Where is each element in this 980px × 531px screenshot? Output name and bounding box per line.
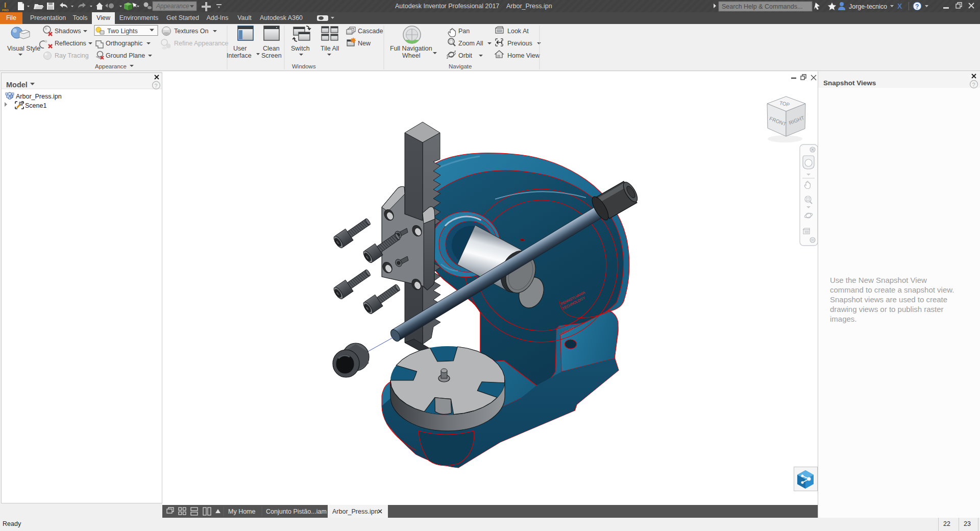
svg-text:Textures On: Textures On [174, 28, 208, 35]
svg-text:PRO: PRO [2, 9, 9, 12]
svg-text:Appearance: Appearance [156, 3, 189, 10]
svg-text:Snapshot views are used to cre: Snapshot views are used to create [830, 295, 947, 304]
svg-text:?: ? [155, 83, 158, 89]
svg-text:I: I [4, 1, 6, 9]
svg-text:Look At: Look At [507, 28, 529, 35]
svg-text:Home View: Home View [507, 52, 541, 59]
svg-text:command to create a snapshot v: command to create a snapshot view. [830, 285, 954, 294]
svg-text:My Home: My Home [228, 508, 256, 515]
svg-text:Search Help & Commands...: Search Help & Commands... [722, 3, 802, 10]
svg-text:Use the New Snapshot View: Use the New Snapshot View [830, 276, 927, 284]
svg-text:Visual Style: Visual Style [7, 45, 40, 52]
svg-text:Reflections: Reflections [55, 40, 86, 47]
svg-text:Shadows: Shadows [55, 28, 81, 35]
svg-text:drawing views or to publish ra: drawing views or to publish raster [830, 305, 944, 313]
svg-text:Model: Model [6, 81, 28, 89]
svg-text:Clean: Clean [263, 45, 280, 52]
svg-text:Windows: Windows [292, 63, 316, 69]
svg-text:?: ? [915, 3, 919, 10]
svg-text:Cascade: Cascade [358, 28, 383, 35]
svg-text:images.: images. [830, 315, 857, 323]
svg-text:Autodesk Inventor Professional: Autodesk Inventor Professional 2017 [395, 3, 499, 10]
svg-text:Scene1: Scene1 [25, 102, 46, 109]
svg-text:Pan: Pan [458, 28, 470, 35]
svg-text:Interface: Interface [227, 52, 252, 59]
svg-text:Arbor_Press.ipn: Arbor_Press.ipn [16, 93, 62, 100]
svg-text:Wheel: Wheel [402, 52, 420, 59]
svg-text:Ray Tracing: Ray Tracing [55, 52, 89, 59]
svg-text:Conjunto Pistão...iam: Conjunto Pistão...iam [266, 508, 327, 515]
svg-text:New: New [358, 40, 371, 47]
svg-text:Previous: Previous [507, 40, 532, 47]
svg-text:Jorge-tecnico: Jorge-tecnico [849, 3, 887, 10]
svg-text:Refine Appearance: Refine Appearance [174, 40, 228, 47]
svg-text:Full Navigation: Full Navigation [390, 45, 432, 52]
svg-text:Switch: Switch [291, 45, 310, 52]
svg-text:Appearance: Appearance [95, 63, 127, 69]
svg-text:Zoom All: Zoom All [458, 40, 483, 47]
svg-text:Navigate: Navigate [449, 63, 472, 69]
svg-text:X: X [897, 2, 902, 10]
svg-text:?: ? [972, 82, 975, 88]
svg-text:Arbor_Press.ipn: Arbor_Press.ipn [506, 3, 552, 10]
svg-text:Ground Plane: Ground Plane [106, 52, 145, 59]
svg-text:Orthographic: Orthographic [106, 40, 142, 47]
svg-text:Snapshot Views: Snapshot Views [823, 79, 876, 87]
svg-text:Tile All: Tile All [321, 45, 339, 52]
svg-text:Two Lights: Two Lights [107, 28, 138, 35]
svg-text:Arbor_Press.ipn: Arbor_Press.ipn [332, 508, 378, 515]
svg-text:User: User [233, 45, 247, 52]
svg-text:Orbit: Orbit [458, 52, 473, 59]
svg-text:Screen: Screen [261, 52, 282, 59]
